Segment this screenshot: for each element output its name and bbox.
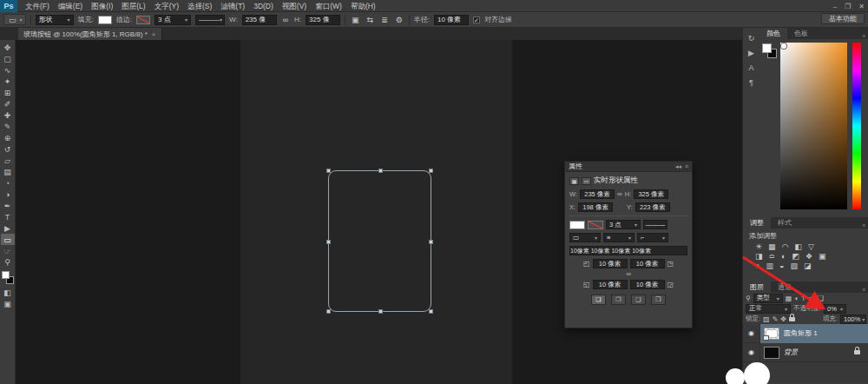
- properties-action-button-2[interactable]: ❐: [611, 295, 626, 305]
- radius-summary-field[interactable]: 10像素 10像素 10像素 10像素: [569, 246, 687, 255]
- path-selection-tool[interactable]: ▶: [1, 222, 15, 234]
- link-dimensions-icon[interactable]: ∞: [281, 16, 290, 24]
- layer-row-rounded-rectangle[interactable]: ◉ 圆角矩形 1: [743, 324, 868, 343]
- menu-3d[interactable]: 3D(D): [249, 0, 278, 12]
- tab-swatches[interactable]: 色板: [787, 28, 815, 39]
- menu-select[interactable]: 选择(S): [183, 0, 216, 12]
- layer-name[interactable]: 背景: [784, 348, 798, 357]
- anchor-point[interactable]: [429, 169, 433, 173]
- adjustment-exposure-icon[interactable]: ◧: [794, 242, 802, 251]
- paragraph-panel-icon[interactable]: ¶: [749, 78, 753, 87]
- clone-stamp-tool[interactable]: ⊕: [1, 132, 15, 143]
- history-panel-icon[interactable]: ↻: [748, 34, 755, 43]
- visibility-toggle[interactable]: ◉: [743, 324, 760, 343]
- adjustment-threshold-icon[interactable]: ◒: [779, 262, 784, 270]
- menu-help[interactable]: 帮助(H): [346, 0, 380, 12]
- adjustment-invert-icon[interactable]: ◓: [755, 262, 760, 270]
- foreground-color-swatch[interactable]: [2, 271, 10, 279]
- properties-action-button-4[interactable]: ❒: [651, 295, 666, 305]
- width-field[interactable]: 235 像素: [580, 189, 615, 199]
- menu-layer[interactable]: 图层(L): [117, 0, 149, 12]
- layer-name[interactable]: 圆角矩形 1: [784, 328, 818, 338]
- stroke-style-select[interactable]: ———: [643, 220, 667, 229]
- corner-bottom-left-field[interactable]: 10 像素: [593, 280, 628, 289]
- crop-tool[interactable]: ⊞: [1, 87, 15, 98]
- dodge-tool[interactable]: ◑: [1, 189, 15, 200]
- foreground-background-colors[interactable]: [1, 271, 15, 287]
- stroke-width-field[interactable]: 3 点 ▾: [606, 220, 641, 229]
- filter-smart-objects-icon[interactable]: ❏: [818, 295, 824, 302]
- anchor-point[interactable]: [378, 169, 383, 173]
- adjustment-channel-mixer-icon[interactable]: ❖: [806, 252, 812, 261]
- anchor-point[interactable]: [326, 309, 331, 314]
- opacity-field[interactable]: 0% ▾: [824, 304, 846, 314]
- fill-field[interactable]: 100% ▾: [840, 314, 866, 324]
- link-dimensions-icon[interactable]: ∞: [617, 190, 622, 198]
- tool-preset-picker[interactable]: ▭ ▾: [3, 14, 26, 25]
- color-marker[interactable]: [781, 43, 786, 49]
- workspace-button[interactable]: 基本功能: [821, 13, 865, 24]
- shape-properties-icon[interactable]: ▭: [582, 177, 591, 185]
- stroke-caps-select[interactable]: ≡ ▾: [603, 233, 635, 242]
- adjustment-selective-color-icon[interactable]: ◪: [804, 262, 812, 270]
- lock-move-icon[interactable]: ✥: [780, 315, 786, 323]
- corner-top-right-field[interactable]: 10 像素: [630, 259, 665, 268]
- close-tab-icon[interactable]: ×: [152, 30, 156, 38]
- properties-action-button-1[interactable]: ❏: [591, 295, 606, 305]
- menu-type[interactable]: 文字(Y): [150, 0, 183, 12]
- adjustment-black-white-icon[interactable]: ◐: [781, 252, 786, 261]
- character-panel-icon[interactable]: A: [748, 63, 753, 72]
- stroke-swatch[interactable]: [136, 16, 150, 24]
- adjustment-gradient-map-icon[interactable]: ▧: [790, 262, 798, 270]
- y-field[interactable]: 223 像素: [635, 202, 670, 212]
- properties-title-bar[interactable]: 属性 ◂◂ ≡: [565, 162, 692, 172]
- pen-tool[interactable]: ✒: [1, 200, 15, 211]
- foreground-background-colors[interactable]: [762, 43, 778, 59]
- brush-tool[interactable]: ✎: [1, 121, 15, 132]
- properties-action-button-3[interactable]: ❑: [631, 295, 646, 305]
- tab-styles[interactable]: 样式: [771, 217, 799, 228]
- menu-filter[interactable]: 滤镜(T): [216, 0, 249, 12]
- layer-row-background[interactable]: ◉ 背景: [743, 343, 868, 362]
- menu-image[interactable]: 图像(I): [87, 0, 117, 12]
- close-button[interactable]: ✕: [858, 3, 865, 10]
- visibility-toggle[interactable]: ◉: [743, 343, 760, 362]
- menu-window[interactable]: 窗口(W): [311, 0, 346, 12]
- path-arrange-icon[interactable]: ≣: [379, 16, 390, 24]
- tool-mode-select[interactable]: 形状 ▾: [36, 15, 74, 25]
- tab-color[interactable]: 颜色: [760, 28, 787, 39]
- height-field[interactable]: 325 像素: [634, 189, 668, 199]
- adjustment-color-lookup-icon[interactable]: ▣: [819, 252, 826, 261]
- quick-selection-tool[interactable]: ✦: [1, 76, 15, 87]
- adjustment-photo-filter-icon[interactable]: ◩: [792, 252, 800, 261]
- minimize-button[interactable]: –: [833, 3, 837, 10]
- foreground-color-swatch[interactable]: [762, 43, 772, 53]
- zoom-tool[interactable]: ⚲: [1, 256, 15, 268]
- hue-slider[interactable]: [852, 43, 861, 209]
- lasso-tool[interactable]: ∿: [1, 64, 15, 76]
- gradient-tool[interactable]: ▤: [1, 166, 15, 177]
- layer-thumbnail[interactable]: [764, 347, 779, 359]
- document-tab[interactable]: 玻璃按钮 @ 100%(圆角矩形 1, RGB/8) * ×: [18, 28, 162, 40]
- link-radii-icon[interactable]: ∞: [626, 270, 631, 278]
- anchor-point[interactable]: [378, 309, 383, 314]
- stroke-corners-select[interactable]: ⌐ ▾: [637, 233, 668, 242]
- adjustment-hue-saturation-icon[interactable]: ◨: [755, 252, 763, 261]
- properties-tab[interactable]: 属性: [569, 162, 582, 171]
- healing-brush-tool[interactable]: ✚: [1, 109, 15, 121]
- corner-top-left-field[interactable]: 10 像素: [593, 259, 628, 268]
- blur-tool[interactable]: ◔: [1, 177, 15, 189]
- adjustment-color-balance-icon[interactable]: ≏: [769, 252, 776, 261]
- anchor-point[interactable]: [429, 309, 433, 314]
- panel-menu-icon[interactable]: ≡: [862, 287, 868, 293]
- eraser-tool[interactable]: ▱: [1, 155, 15, 166]
- panel-menu-icon[interactable]: ≡: [862, 33, 868, 39]
- lock-paint-icon[interactable]: ✎: [773, 315, 779, 323]
- shape-width-field[interactable]: 235 像: [242, 15, 277, 25]
- adjustment-curves-icon[interactable]: ◠: [782, 242, 789, 251]
- tab-adjustments[interactable]: 调整: [743, 217, 771, 228]
- layer-filter-select[interactable]: 类型 ▾: [753, 294, 783, 303]
- saturation-brightness-field[interactable]: [780, 43, 847, 209]
- collapse-panel-icon[interactable]: ◂◂: [675, 163, 681, 170]
- history-brush-tool[interactable]: ↺: [1, 143, 15, 155]
